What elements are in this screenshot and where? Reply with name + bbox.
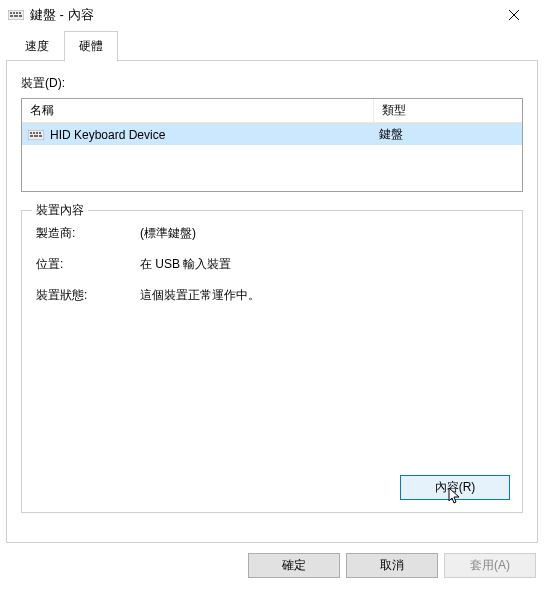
- apply-button: 套用(A): [444, 553, 536, 578]
- dialog-footer: 確定 取消 套用(A): [0, 543, 544, 578]
- device-details-legend: 裝置內容: [32, 202, 88, 219]
- status-label: 裝置狀態:: [36, 287, 140, 304]
- svg-rect-12: [33, 132, 35, 134]
- tab-speed[interactable]: 速度: [10, 31, 64, 62]
- svg-rect-11: [30, 132, 32, 134]
- manufacturer-row: 製造商: (標準鍵盤): [36, 225, 508, 242]
- location-row: 位置: 在 USB 輸入裝置: [36, 256, 508, 273]
- tabstrip: 速度 硬體: [0, 30, 544, 61]
- svg-rect-2: [13, 12, 15, 14]
- manufacturer-label: 製造商:: [36, 225, 140, 242]
- svg-rect-7: [19, 15, 22, 17]
- device-list[interactable]: 名稱 類型 HID Keyboard Device 鍵盤: [21, 98, 523, 192]
- svg-rect-5: [10, 15, 13, 17]
- properties-button-label: 內容(R): [435, 479, 476, 496]
- svg-rect-4: [19, 12, 21, 14]
- column-name[interactable]: 名稱: [22, 99, 374, 123]
- device-row[interactable]: HID Keyboard Device 鍵盤: [22, 124, 522, 145]
- tab-content-hardware: 裝置(D): 名稱 類型 HID Keyboard Device 鍵盤 裝置內容: [6, 61, 538, 543]
- ok-button[interactable]: 確定: [248, 553, 340, 578]
- svg-rect-13: [36, 132, 38, 134]
- keyboard-icon: [8, 9, 24, 21]
- svg-rect-14: [39, 132, 41, 134]
- titlebar: 鍵盤 - 內容: [0, 0, 544, 30]
- svg-rect-15: [30, 135, 33, 137]
- tab-hardware[interactable]: 硬體: [64, 31, 118, 62]
- keyboard-icon: [28, 130, 44, 140]
- device-list-header: 名稱 類型: [22, 99, 522, 124]
- window-title: 鍵盤 - 內容: [30, 6, 492, 24]
- close-icon: [509, 10, 519, 20]
- status-row: 裝置狀態: 這個裝置正常運作中。: [36, 287, 508, 304]
- location-label: 位置:: [36, 256, 140, 273]
- cancel-button[interactable]: 取消: [346, 553, 438, 578]
- svg-rect-3: [16, 12, 18, 14]
- device-row-name: HID Keyboard Device: [50, 128, 377, 142]
- svg-rect-1: [10, 12, 12, 14]
- svg-rect-16: [34, 135, 38, 137]
- properties-button[interactable]: 內容(R): [400, 475, 510, 500]
- device-details-fieldset: 裝置內容 製造商: (標準鍵盤) 位置: 在 USB 輸入裝置 裝置狀態: 這個…: [21, 210, 523, 513]
- svg-rect-17: [39, 135, 42, 137]
- location-value: 在 USB 輸入裝置: [140, 256, 508, 273]
- column-type[interactable]: 類型: [374, 99, 522, 123]
- device-row-type: 鍵盤: [377, 126, 522, 143]
- devices-caption: 裝置(D):: [21, 75, 523, 92]
- svg-rect-6: [14, 15, 18, 17]
- status-value: 這個裝置正常運作中。: [140, 287, 508, 304]
- manufacturer-value: (標準鍵盤): [140, 225, 508, 242]
- close-button[interactable]: [492, 1, 536, 29]
